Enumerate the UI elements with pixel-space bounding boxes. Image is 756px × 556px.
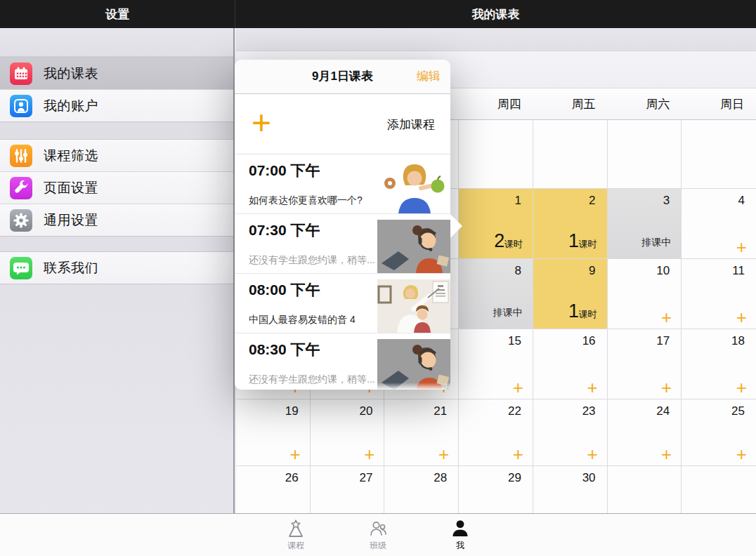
add-course-row[interactable]: + 添加课程 <box>235 94 450 154</box>
calendar-cell-sep1[interactable]: 12课时 <box>459 189 533 259</box>
weekday-label: 周五 <box>533 88 608 120</box>
cell-date: 23 <box>582 404 596 418</box>
calendar-cell-sep22[interactable]: 22+ <box>459 399 533 466</box>
popover-arrow <box>450 214 462 238</box>
tab-label: 班级 <box>370 540 386 552</box>
calendar-cell-sep19[interactable]: 19+ <box>236 399 311 466</box>
bottom-tab-bar: 课程 班级 我 <box>0 513 756 556</box>
calendar-cell-sep26[interactable]: 26 <box>236 466 311 514</box>
calendar-cell[interactable] <box>608 466 682 514</box>
course-row[interactable]: 08:00 下午 中国人最容易发错的音 4 <box>235 274 450 333</box>
add-course-plus[interactable]: + <box>661 307 672 329</box>
course-row[interactable]: 07:30 下午 还没有学生跟您约课，稍等... <box>235 214 450 274</box>
course-subtitle: 还没有学生跟您约课，稍等... <box>249 254 393 267</box>
sidebar-group-1: 我的课表 我的账户 <box>0 57 233 122</box>
weekday-label: 周六 <box>608 88 682 120</box>
course-subtitle: 中国人最容易发错的音 4 <box>249 314 393 326</box>
calendar-cell[interactable] <box>533 120 608 189</box>
add-course-plus[interactable]: + <box>736 307 747 329</box>
chat-icon <box>10 257 32 279</box>
calendar-cell-sep24[interactable]: 24+ <box>608 399 682 466</box>
sidebar-item-my-account[interactable]: 我的账户 <box>0 90 233 121</box>
tab-courses[interactable]: 课程 <box>271 514 320 556</box>
sidebar-item-general-settings[interactable]: 通用设置 <box>0 204 233 236</box>
calendar-cell-sep16[interactable]: 16+ <box>533 329 608 399</box>
add-course-plus[interactable]: + <box>736 377 747 399</box>
cell-date: 30 <box>582 471 596 485</box>
tab-classes[interactable]: 班级 <box>353 514 403 556</box>
add-course-plus-button[interactable]: + <box>252 106 271 140</box>
cell-date: 1 <box>514 194 521 208</box>
add-course-plus[interactable]: + <box>364 444 374 465</box>
timetable-nav-bar: 我的课表 <box>235 0 756 28</box>
calendar-cell-sep29[interactable]: 29 <box>459 466 533 514</box>
wrench-icon <box>10 177 32 199</box>
edit-button[interactable]: 编辑 <box>417 60 441 93</box>
course-row[interactable]: 07:00 下午 如何表达你更喜欢哪一个? <box>235 154 450 214</box>
lesson-count-badge: 1课时 <box>568 300 597 322</box>
calendar-cell-sep9[interactable]: 91课时 <box>533 259 608 329</box>
calendar-cell-sep28[interactable]: 28 <box>384 466 459 514</box>
day-schedule-popover: 9月1日课表 编辑 + 添加课程 07:00 下午 如何表达你更喜欢哪一个? 0… <box>235 60 450 390</box>
sidebar-item-course-filter[interactable]: 课程筛选 <box>0 140 233 172</box>
sidebar-group-2: 课程筛选 页面设置 通用设置 <box>0 139 233 237</box>
calendar-cell-sep21[interactable]: 21+ <box>384 399 459 466</box>
cell-date: 19 <box>285 404 299 418</box>
weekday-label: 周日 <box>682 88 756 120</box>
calendar-cell-sep11[interactable]: 11+ <box>682 259 756 329</box>
courses-icon <box>285 518 306 539</box>
calendar-cell-sep15[interactable]: 15+ <box>459 329 533 399</box>
app-screen: 设置 我的课表 我的课表 我的账户 <box>0 0 756 556</box>
calendar-cell-sep8[interactable]: 8排课中 <box>459 259 533 329</box>
account-icon <box>10 95 32 117</box>
course-subtitle: 还没有学生跟您约课，稍等... <box>249 373 393 386</box>
settings-title: 设置 <box>0 0 235 28</box>
add-course-plus[interactable]: + <box>736 444 747 465</box>
course-thumbnail <box>377 220 450 273</box>
calendar-cell-sep30[interactable]: 30 <box>533 466 608 514</box>
calendar-cell-sep2[interactable]: 21课时 <box>533 189 608 259</box>
scheduling-status: 排课中 <box>641 237 671 249</box>
cell-date: 29 <box>508 471 521 485</box>
sidebar-item-contact-us[interactable]: 联系我们 <box>0 252 233 284</box>
add-course-plus[interactable]: + <box>290 444 301 465</box>
calendar-cell-sep25[interactable]: 25+ <box>682 399 756 466</box>
calendar-cell-sep20[interactable]: 20+ <box>311 399 385 466</box>
course-row[interactable]: 08:30 下午 还没有学生跟您约课，稍等... <box>235 333 450 390</box>
me-icon <box>450 518 471 539</box>
sidebar-item-label: 页面设置 <box>44 179 98 197</box>
add-course-plus[interactable]: + <box>736 237 747 258</box>
calendar-cell[interactable] <box>459 120 533 189</box>
lesson-count-badge: 1课时 <box>568 230 597 252</box>
sidebar-item-my-timetable[interactable]: 我的课表 <box>0 58 233 90</box>
calendar-cell-sep3[interactable]: 3排课中 <box>608 189 682 259</box>
calendar-cell-sep18[interactable]: 18+ <box>682 329 756 399</box>
tab-me[interactable]: 我 <box>436 514 485 556</box>
calendar-cell[interactable] <box>608 120 682 189</box>
calendar-cell[interactable] <box>682 120 756 189</box>
course-subtitle: 如何表达你更喜欢哪一个? <box>249 194 393 207</box>
cell-date: 8 <box>514 264 521 278</box>
cell-date: 3 <box>663 194 670 208</box>
calendar-cell-sep10[interactable]: 10+ <box>608 259 682 329</box>
add-course-plus[interactable]: + <box>438 444 449 465</box>
calendar-icon <box>10 62 32 85</box>
sidebar-item-page-settings[interactable]: 页面设置 <box>0 172 233 204</box>
add-course-plus[interactable]: + <box>661 377 672 399</box>
calendar-cell[interactable] <box>682 466 756 514</box>
settings-sidebar: 我的课表 我的账户 课程筛选 页面设置 <box>0 28 235 513</box>
add-course-plus[interactable]: + <box>513 444 523 465</box>
course-thumbnail <box>377 279 450 333</box>
calendar-cell-sep17[interactable]: 17+ <box>608 329 682 399</box>
add-course-plus[interactable]: + <box>513 377 523 399</box>
add-course-plus[interactable]: + <box>587 377 597 399</box>
timetable-title: 我的课表 <box>235 0 756 28</box>
calendar-cell-sep4[interactable]: 4+ <box>682 189 756 259</box>
calendar-cell-sep27[interactable]: 27 <box>311 466 385 514</box>
filter-icon <box>10 145 32 167</box>
add-course-plus[interactable]: + <box>587 444 597 465</box>
calendar-cell-sep23[interactable]: 23+ <box>533 399 608 466</box>
sidebar-top-strip <box>0 28 233 57</box>
popover-header: 9月1日课表 编辑 <box>235 60 450 94</box>
add-course-plus[interactable]: + <box>661 444 672 465</box>
